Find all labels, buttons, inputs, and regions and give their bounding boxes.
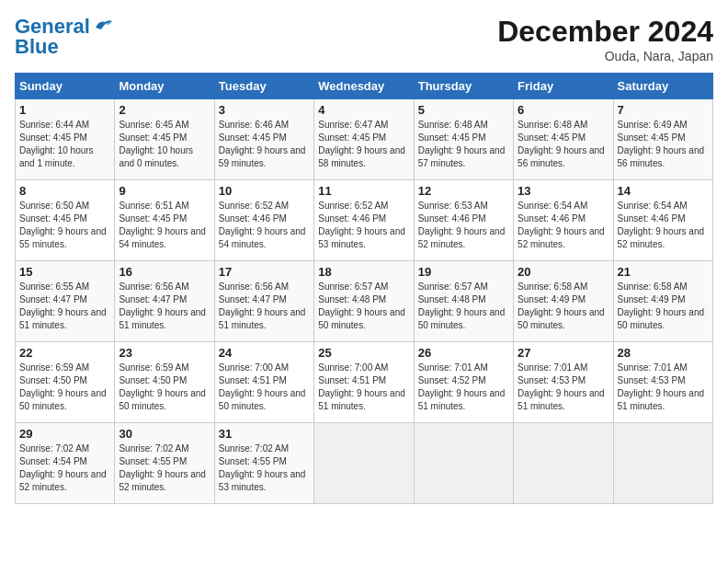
logo-text-blue: Blue bbox=[15, 35, 59, 59]
day-info: Sunrise: 6:52 AM Sunset: 4:46 PM Dayligh… bbox=[318, 200, 409, 251]
calendar-cell: 23 Sunrise: 6:59 AM Sunset: 4:50 PM Dayl… bbox=[115, 342, 214, 423]
day-info: Sunrise: 6:52 AM Sunset: 4:46 PM Dayligh… bbox=[219, 200, 310, 251]
calendar-cell: 25 Sunrise: 7:00 AM Sunset: 4:51 PM Dayl… bbox=[314, 342, 414, 423]
calendar-cell: 30 Sunrise: 7:02 AM Sunset: 4:55 PM Dayl… bbox=[115, 423, 214, 504]
calendar-cell: 21 Sunrise: 6:58 AM Sunset: 4:49 PM Dayl… bbox=[613, 261, 712, 342]
day-number: 28 bbox=[618, 346, 709, 360]
day-number: 17 bbox=[219, 265, 310, 279]
day-number: 12 bbox=[418, 184, 509, 198]
day-number: 18 bbox=[318, 265, 409, 279]
calendar-row: 1 Sunrise: 6:44 AM Sunset: 4:45 PM Dayli… bbox=[16, 99, 713, 180]
calendar-cell: 20 Sunrise: 6:58 AM Sunset: 4:49 PM Dayl… bbox=[514, 261, 613, 342]
day-number: 26 bbox=[418, 346, 509, 360]
calendar-cell: 5 Sunrise: 6:48 AM Sunset: 4:45 PM Dayli… bbox=[414, 99, 513, 180]
day-info: Sunrise: 6:50 AM Sunset: 4:45 PM Dayligh… bbox=[19, 200, 110, 251]
calendar-cell bbox=[514, 423, 613, 504]
calendar-cell bbox=[414, 423, 513, 504]
day-number: 4 bbox=[318, 103, 409, 117]
title-block: December 2024 Ouda, Nara, Japan bbox=[497, 15, 713, 63]
day-info: Sunrise: 7:02 AM Sunset: 4:55 PM Dayligh… bbox=[119, 442, 210, 494]
day-number: 3 bbox=[219, 103, 310, 117]
calendar-cell: 10 Sunrise: 6:52 AM Sunset: 4:46 PM Dayl… bbox=[214, 180, 313, 261]
calendar-cell: 2 Sunrise: 6:45 AM Sunset: 4:45 PM Dayli… bbox=[115, 99, 214, 180]
day-info: Sunrise: 7:00 AM Sunset: 4:51 PM Dayligh… bbox=[318, 362, 409, 413]
day-number: 30 bbox=[119, 427, 210, 441]
col-wednesday: Wednesday bbox=[314, 74, 414, 99]
day-number: 14 bbox=[618, 184, 709, 198]
day-info: Sunrise: 6:48 AM Sunset: 4:45 PM Dayligh… bbox=[418, 119, 509, 170]
day-info: Sunrise: 6:46 AM Sunset: 4:45 PM Dayligh… bbox=[219, 119, 310, 170]
day-info: Sunrise: 6:49 AM Sunset: 4:45 PM Dayligh… bbox=[618, 119, 709, 170]
calendar-row: 22 Sunrise: 6:59 AM Sunset: 4:50 PM Dayl… bbox=[16, 342, 713, 423]
calendar-cell: 28 Sunrise: 7:01 AM Sunset: 4:53 PM Dayl… bbox=[613, 342, 712, 423]
day-info: Sunrise: 7:00 AM Sunset: 4:51 PM Dayligh… bbox=[219, 362, 310, 413]
col-sunday: Sunday bbox=[16, 74, 115, 99]
day-info: Sunrise: 6:53 AM Sunset: 4:46 PM Dayligh… bbox=[418, 200, 509, 251]
day-info: Sunrise: 6:59 AM Sunset: 4:50 PM Dayligh… bbox=[19, 362, 110, 413]
day-info: Sunrise: 6:45 AM Sunset: 4:45 PM Dayligh… bbox=[119, 119, 210, 170]
calendar-cell bbox=[314, 423, 414, 504]
col-friday: Friday bbox=[514, 74, 613, 99]
day-info: Sunrise: 6:55 AM Sunset: 4:47 PM Dayligh… bbox=[19, 281, 110, 332]
calendar-cell: 22 Sunrise: 6:59 AM Sunset: 4:50 PM Dayl… bbox=[16, 342, 115, 423]
day-info: Sunrise: 6:59 AM Sunset: 4:50 PM Dayligh… bbox=[119, 362, 210, 413]
calendar-cell: 4 Sunrise: 6:47 AM Sunset: 4:45 PM Dayli… bbox=[314, 99, 414, 180]
day-info: Sunrise: 6:58 AM Sunset: 4:49 PM Dayligh… bbox=[618, 281, 709, 332]
day-info: Sunrise: 7:01 AM Sunset: 4:52 PM Dayligh… bbox=[418, 362, 509, 413]
day-info: Sunrise: 7:02 AM Sunset: 4:55 PM Dayligh… bbox=[219, 442, 310, 494]
day-info: Sunrise: 6:54 AM Sunset: 4:46 PM Dayligh… bbox=[518, 200, 609, 251]
day-number: 27 bbox=[518, 346, 609, 360]
day-number: 21 bbox=[618, 265, 709, 279]
calendar-cell: 29 Sunrise: 7:02 AM Sunset: 4:54 PM Dayl… bbox=[16, 423, 115, 504]
calendar-cell: 27 Sunrise: 7:01 AM Sunset: 4:53 PM Dayl… bbox=[514, 342, 613, 423]
calendar-cell: 1 Sunrise: 6:44 AM Sunset: 4:45 PM Dayli… bbox=[16, 99, 115, 180]
col-monday: Monday bbox=[115, 74, 214, 99]
col-thursday: Thursday bbox=[414, 74, 513, 99]
calendar-cell: 8 Sunrise: 6:50 AM Sunset: 4:45 PM Dayli… bbox=[16, 180, 115, 261]
calendar-cell: 18 Sunrise: 6:57 AM Sunset: 4:48 PM Dayl… bbox=[314, 261, 414, 342]
day-number: 15 bbox=[19, 265, 110, 279]
day-number: 5 bbox=[418, 103, 509, 117]
day-info: Sunrise: 6:58 AM Sunset: 4:49 PM Dayligh… bbox=[518, 281, 609, 332]
calendar-cell: 3 Sunrise: 6:46 AM Sunset: 4:45 PM Dayli… bbox=[214, 99, 313, 180]
logo: General Blue bbox=[15, 15, 114, 59]
calendar-row: 29 Sunrise: 7:02 AM Sunset: 4:54 PM Dayl… bbox=[16, 423, 713, 504]
day-info: Sunrise: 6:56 AM Sunset: 4:47 PM Dayligh… bbox=[119, 281, 210, 332]
day-info: Sunrise: 7:01 AM Sunset: 4:53 PM Dayligh… bbox=[518, 362, 609, 413]
day-number: 10 bbox=[219, 184, 310, 198]
calendar-cell bbox=[613, 423, 712, 504]
day-number: 6 bbox=[518, 103, 609, 117]
calendar-cell: 13 Sunrise: 6:54 AM Sunset: 4:46 PM Dayl… bbox=[514, 180, 613, 261]
calendar-cell: 11 Sunrise: 6:52 AM Sunset: 4:46 PM Dayl… bbox=[314, 180, 414, 261]
day-number: 25 bbox=[318, 346, 409, 360]
day-number: 20 bbox=[518, 265, 609, 279]
day-number: 1 bbox=[19, 103, 110, 117]
day-number: 8 bbox=[19, 184, 110, 198]
day-number: 29 bbox=[19, 427, 110, 441]
header-row: Sunday Monday Tuesday Wednesday Thursday… bbox=[16, 74, 713, 99]
calendar-cell: 6 Sunrise: 6:48 AM Sunset: 4:45 PM Dayli… bbox=[514, 99, 613, 180]
day-info: Sunrise: 6:44 AM Sunset: 4:45 PM Dayligh… bbox=[19, 119, 110, 170]
day-number: 23 bbox=[119, 346, 210, 360]
day-number: 2 bbox=[119, 103, 210, 117]
day-number: 19 bbox=[418, 265, 509, 279]
col-tuesday: Tuesday bbox=[214, 74, 313, 99]
day-number: 31 bbox=[219, 427, 310, 441]
day-number: 24 bbox=[219, 346, 310, 360]
day-number: 7 bbox=[618, 103, 709, 117]
calendar-cell: 16 Sunrise: 6:56 AM Sunset: 4:47 PM Dayl… bbox=[115, 261, 214, 342]
calendar-cell: 7 Sunrise: 6:49 AM Sunset: 4:45 PM Dayli… bbox=[613, 99, 712, 180]
day-info: Sunrise: 7:01 AM Sunset: 4:53 PM Dayligh… bbox=[618, 362, 709, 413]
month-title: December 2024 bbox=[497, 15, 713, 49]
calendar-cell: 19 Sunrise: 6:57 AM Sunset: 4:48 PM Dayl… bbox=[414, 261, 513, 342]
calendar-cell: 24 Sunrise: 7:00 AM Sunset: 4:51 PM Dayl… bbox=[214, 342, 313, 423]
day-number: 11 bbox=[318, 184, 409, 198]
day-info: Sunrise: 7:02 AM Sunset: 4:54 PM Dayligh… bbox=[19, 442, 110, 494]
day-info: Sunrise: 6:47 AM Sunset: 4:45 PM Dayligh… bbox=[318, 119, 409, 170]
day-info: Sunrise: 6:57 AM Sunset: 4:48 PM Dayligh… bbox=[418, 281, 509, 332]
calendar-table: Sunday Monday Tuesday Wednesday Thursday… bbox=[15, 73, 713, 504]
day-number: 9 bbox=[119, 184, 210, 198]
day-info: Sunrise: 6:51 AM Sunset: 4:45 PM Dayligh… bbox=[119, 200, 210, 251]
calendar-cell: 14 Sunrise: 6:54 AM Sunset: 4:46 PM Dayl… bbox=[613, 180, 712, 261]
calendar-row: 8 Sunrise: 6:50 AM Sunset: 4:45 PM Dayli… bbox=[16, 180, 713, 261]
